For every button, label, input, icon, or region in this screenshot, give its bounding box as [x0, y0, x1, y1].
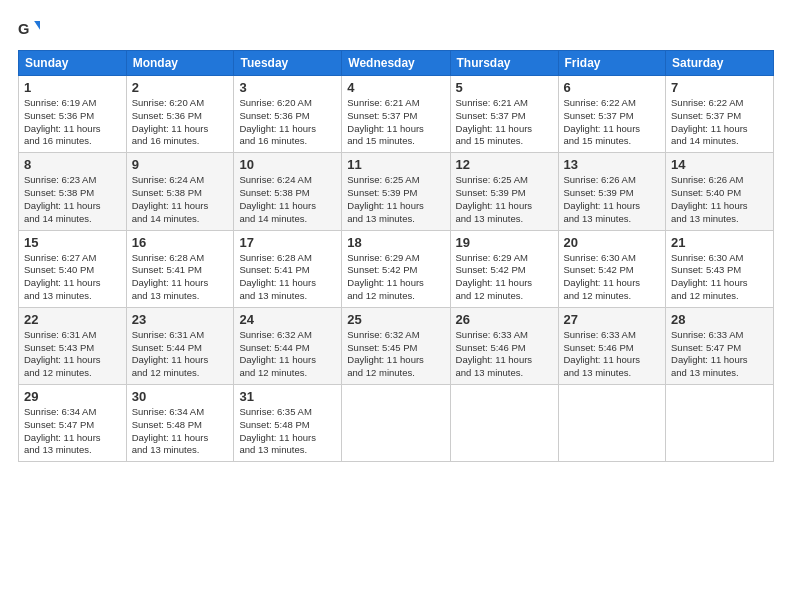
calendar-cell: 6Sunrise: 6:22 AMSunset: 5:37 PMDaylight…	[558, 76, 666, 153]
day-number: 29	[24, 389, 121, 404]
day-info: Sunrise: 6:27 AMSunset: 5:40 PMDaylight:…	[24, 252, 121, 303]
calendar-header-row: SundayMondayTuesdayWednesdayThursdayFrid…	[19, 51, 774, 76]
day-info: Sunrise: 6:30 AMSunset: 5:42 PMDaylight:…	[564, 252, 661, 303]
page: G SundayMondayTuesdayWednesdayThursdayFr…	[0, 0, 792, 612]
day-number: 23	[132, 312, 229, 327]
calendar-header-saturday: Saturday	[666, 51, 774, 76]
day-number: 22	[24, 312, 121, 327]
calendar-cell: 27Sunrise: 6:33 AMSunset: 5:46 PMDayligh…	[558, 307, 666, 384]
day-number: 19	[456, 235, 553, 250]
calendar-cell: 19Sunrise: 6:29 AMSunset: 5:42 PMDayligh…	[450, 230, 558, 307]
calendar-cell	[666, 385, 774, 462]
day-info: Sunrise: 6:28 AMSunset: 5:41 PMDaylight:…	[239, 252, 336, 303]
calendar-cell: 30Sunrise: 6:34 AMSunset: 5:48 PMDayligh…	[126, 385, 234, 462]
day-number: 30	[132, 389, 229, 404]
day-info: Sunrise: 6:31 AMSunset: 5:43 PMDaylight:…	[24, 329, 121, 380]
calendar-header-thursday: Thursday	[450, 51, 558, 76]
day-info: Sunrise: 6:20 AMSunset: 5:36 PMDaylight:…	[239, 97, 336, 148]
header: G	[18, 18, 774, 40]
calendar-cell: 21Sunrise: 6:30 AMSunset: 5:43 PMDayligh…	[666, 230, 774, 307]
day-info: Sunrise: 6:21 AMSunset: 5:37 PMDaylight:…	[347, 97, 444, 148]
calendar-cell: 4Sunrise: 6:21 AMSunset: 5:37 PMDaylight…	[342, 76, 450, 153]
day-number: 27	[564, 312, 661, 327]
calendar-header-friday: Friday	[558, 51, 666, 76]
day-info: Sunrise: 6:19 AMSunset: 5:36 PMDaylight:…	[24, 97, 121, 148]
calendar-week-row: 29Sunrise: 6:34 AMSunset: 5:47 PMDayligh…	[19, 385, 774, 462]
day-info: Sunrise: 6:23 AMSunset: 5:38 PMDaylight:…	[24, 174, 121, 225]
day-info: Sunrise: 6:28 AMSunset: 5:41 PMDaylight:…	[132, 252, 229, 303]
calendar-cell: 20Sunrise: 6:30 AMSunset: 5:42 PMDayligh…	[558, 230, 666, 307]
calendar-cell: 25Sunrise: 6:32 AMSunset: 5:45 PMDayligh…	[342, 307, 450, 384]
calendar-header-tuesday: Tuesday	[234, 51, 342, 76]
day-info: Sunrise: 6:20 AMSunset: 5:36 PMDaylight:…	[132, 97, 229, 148]
day-number: 5	[456, 80, 553, 95]
calendar-cell: 10Sunrise: 6:24 AMSunset: 5:38 PMDayligh…	[234, 153, 342, 230]
day-number: 20	[564, 235, 661, 250]
day-number: 12	[456, 157, 553, 172]
calendar-cell: 18Sunrise: 6:29 AMSunset: 5:42 PMDayligh…	[342, 230, 450, 307]
calendar-cell: 12Sunrise: 6:25 AMSunset: 5:39 PMDayligh…	[450, 153, 558, 230]
day-number: 4	[347, 80, 444, 95]
day-info: Sunrise: 6:25 AMSunset: 5:39 PMDaylight:…	[347, 174, 444, 225]
day-number: 13	[564, 157, 661, 172]
day-info: Sunrise: 6:34 AMSunset: 5:48 PMDaylight:…	[132, 406, 229, 457]
calendar-cell: 2Sunrise: 6:20 AMSunset: 5:36 PMDaylight…	[126, 76, 234, 153]
day-number: 8	[24, 157, 121, 172]
day-info: Sunrise: 6:29 AMSunset: 5:42 PMDaylight:…	[347, 252, 444, 303]
day-info: Sunrise: 6:24 AMSunset: 5:38 PMDaylight:…	[132, 174, 229, 225]
day-number: 15	[24, 235, 121, 250]
calendar-week-row: 1Sunrise: 6:19 AMSunset: 5:36 PMDaylight…	[19, 76, 774, 153]
day-number: 16	[132, 235, 229, 250]
day-number: 11	[347, 157, 444, 172]
day-number: 17	[239, 235, 336, 250]
day-number: 14	[671, 157, 768, 172]
logo: G	[18, 18, 44, 40]
calendar-cell	[558, 385, 666, 462]
day-info: Sunrise: 6:29 AMSunset: 5:42 PMDaylight:…	[456, 252, 553, 303]
logo-area: G	[18, 18, 44, 40]
calendar-header-sunday: Sunday	[19, 51, 127, 76]
day-info: Sunrise: 6:33 AMSunset: 5:46 PMDaylight:…	[456, 329, 553, 380]
calendar-cell: 1Sunrise: 6:19 AMSunset: 5:36 PMDaylight…	[19, 76, 127, 153]
day-info: Sunrise: 6:24 AMSunset: 5:38 PMDaylight:…	[239, 174, 336, 225]
calendar-cell: 7Sunrise: 6:22 AMSunset: 5:37 PMDaylight…	[666, 76, 774, 153]
calendar-week-row: 8Sunrise: 6:23 AMSunset: 5:38 PMDaylight…	[19, 153, 774, 230]
day-number: 21	[671, 235, 768, 250]
calendar-header-monday: Monday	[126, 51, 234, 76]
day-number: 25	[347, 312, 444, 327]
day-info: Sunrise: 6:33 AMSunset: 5:46 PMDaylight:…	[564, 329, 661, 380]
day-number: 9	[132, 157, 229, 172]
calendar-cell: 3Sunrise: 6:20 AMSunset: 5:36 PMDaylight…	[234, 76, 342, 153]
calendar-cell: 24Sunrise: 6:32 AMSunset: 5:44 PMDayligh…	[234, 307, 342, 384]
calendar-cell: 31Sunrise: 6:35 AMSunset: 5:48 PMDayligh…	[234, 385, 342, 462]
day-number: 10	[239, 157, 336, 172]
calendar-cell: 26Sunrise: 6:33 AMSunset: 5:46 PMDayligh…	[450, 307, 558, 384]
calendar-cell: 29Sunrise: 6:34 AMSunset: 5:47 PMDayligh…	[19, 385, 127, 462]
day-number: 6	[564, 80, 661, 95]
calendar-cell: 5Sunrise: 6:21 AMSunset: 5:37 PMDaylight…	[450, 76, 558, 153]
day-number: 31	[239, 389, 336, 404]
svg-marker-1	[34, 21, 40, 30]
calendar-cell: 16Sunrise: 6:28 AMSunset: 5:41 PMDayligh…	[126, 230, 234, 307]
day-number: 7	[671, 80, 768, 95]
day-number: 2	[132, 80, 229, 95]
day-info: Sunrise: 6:22 AMSunset: 5:37 PMDaylight:…	[564, 97, 661, 148]
calendar-cell: 28Sunrise: 6:33 AMSunset: 5:47 PMDayligh…	[666, 307, 774, 384]
calendar-cell: 11Sunrise: 6:25 AMSunset: 5:39 PMDayligh…	[342, 153, 450, 230]
calendar-header-wednesday: Wednesday	[342, 51, 450, 76]
day-number: 26	[456, 312, 553, 327]
day-info: Sunrise: 6:26 AMSunset: 5:40 PMDaylight:…	[671, 174, 768, 225]
svg-text:G: G	[18, 21, 29, 37]
day-info: Sunrise: 6:33 AMSunset: 5:47 PMDaylight:…	[671, 329, 768, 380]
calendar-cell: 23Sunrise: 6:31 AMSunset: 5:44 PMDayligh…	[126, 307, 234, 384]
calendar-cell: 22Sunrise: 6:31 AMSunset: 5:43 PMDayligh…	[19, 307, 127, 384]
day-info: Sunrise: 6:31 AMSunset: 5:44 PMDaylight:…	[132, 329, 229, 380]
calendar-cell	[342, 385, 450, 462]
calendar-cell: 8Sunrise: 6:23 AMSunset: 5:38 PMDaylight…	[19, 153, 127, 230]
calendar-cell: 14Sunrise: 6:26 AMSunset: 5:40 PMDayligh…	[666, 153, 774, 230]
day-info: Sunrise: 6:26 AMSunset: 5:39 PMDaylight:…	[564, 174, 661, 225]
day-info: Sunrise: 6:32 AMSunset: 5:44 PMDaylight:…	[239, 329, 336, 380]
day-number: 18	[347, 235, 444, 250]
calendar-cell: 15Sunrise: 6:27 AMSunset: 5:40 PMDayligh…	[19, 230, 127, 307]
day-info: Sunrise: 6:35 AMSunset: 5:48 PMDaylight:…	[239, 406, 336, 457]
